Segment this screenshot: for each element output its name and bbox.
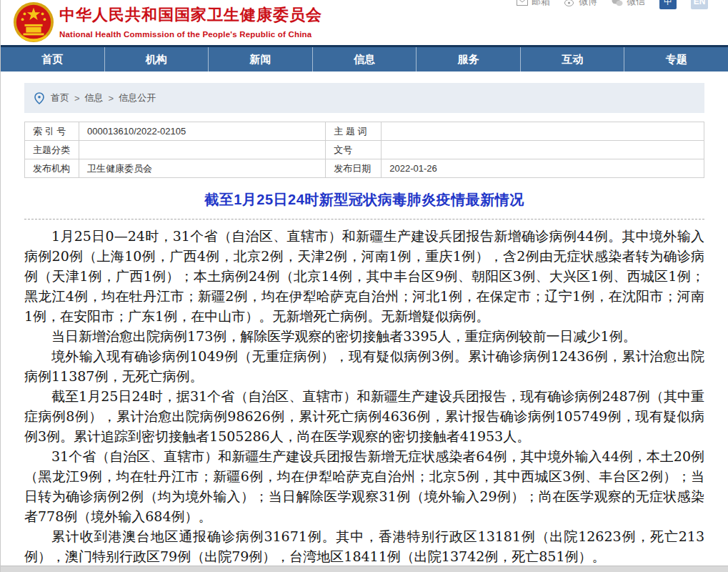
site-title: 中华人民共和国国家卫生健康委员会: [59, 4, 322, 26]
article-paragraph: 31个省（自治区、直辖市）和新疆生产建设兵团报告新增无症状感染者64例，其中境外…: [24, 446, 704, 526]
nav-item-topics[interactable]: 专题: [624, 47, 728, 72]
article-body: 1月25日0—24时，31个省（自治区、直辖市）和新疆生产建设兵团报告新增确诊病…: [24, 226, 704, 566]
meta-row-index: 索 引 号 000013610/2022-02105 主 题 词: [25, 122, 704, 141]
nav-item-service[interactable]: 服务: [417, 47, 521, 72]
mail-link[interactable]: 邮箱: [517, 0, 550, 8]
breadcrumb: 首页 > 信息 > 信息公开: [24, 83, 704, 113]
breadcrumb-home[interactable]: 首页: [51, 92, 69, 104]
nav-item-org[interactable]: 机构: [105, 47, 209, 72]
weibo-link[interactable]: 微博: [564, 0, 597, 8]
meta-label-docnumber: 文号: [326, 141, 382, 159]
meta-label-category: 主题分类: [25, 141, 79, 159]
site-subtitle: National Health Commission of the People…: [59, 30, 322, 39]
nav-item-home[interactable]: 首页: [1, 47, 105, 72]
site-header: 中华人民共和国国家卫生健康委员会 National Health Commiss…: [1, 0, 728, 45]
article-paragraph: 境外输入现有确诊病例1049例（无重症病例），现有疑似病例3例。累计确诊病例12…: [24, 346, 704, 386]
meta-row-publisher: 发布机构 卫生健康委员会 发布日期 2022-01-26: [25, 159, 704, 178]
meta-label-publisher: 发布机构: [25, 159, 79, 178]
breadcrumb-info-disclosure[interactable]: 信息公开: [119, 92, 156, 104]
mail-label: 邮箱: [532, 0, 550, 8]
meta-value-docnumber: [382, 141, 704, 159]
meta-row-category: 主题分类 文号: [25, 141, 704, 159]
article-paragraph: 截至1月25日24时，据31个省（自治区、直辖市）和新疆生产建设兵团报告，现有确…: [24, 386, 704, 446]
lang-en-button[interactable]: EN: [691, 0, 708, 9]
nav-item-interact[interactable]: 互动: [521, 47, 625, 72]
meta-label-index: 索 引 号: [25, 122, 79, 141]
nav-item-news[interactable]: 新闻: [209, 47, 313, 72]
article-paragraph: 累计收到港澳台地区通报确诊病例31671例。其中，香港特别行政区13181例（出…: [24, 526, 704, 566]
main-content: 首页 > 信息 > 信息公开 索 引 号 000013610/2022-0210…: [24, 83, 704, 572]
weibo-icon: [564, 0, 575, 6]
nav-item-info[interactable]: 信息: [313, 47, 417, 72]
article-paragraph: 1月25日0—24时，31个省（自治区、直辖市）和新疆生产建设兵团报告新增确诊病…: [24, 226, 704, 326]
wechat-link[interactable]: 微信: [612, 0, 645, 8]
article-paragraph: 当日新增治愈出院病例173例，解除医学观察的密切接触者3395人，重症病例较前一…: [24, 326, 704, 346]
breadcrumb-separator: >: [74, 93, 80, 104]
title-separator: [24, 219, 704, 220]
breadcrumb-separator: >: [109, 93, 114, 104]
meta-value-category: [79, 141, 326, 159]
document-meta-table: 索 引 号 000013610/2022-02105 主 题 词 主题分类 文号…: [24, 122, 704, 178]
national-emblem-icon: [13, 1, 54, 43]
wechat-label: 微信: [627, 0, 645, 8]
national-emblem-logo: [13, 1, 54, 43]
bottom-scrollbar[interactable]: [1, 566, 728, 572]
header-quick-links: 邮箱 微博 微信 中 EN: [517, 0, 708, 9]
lang-zh-button[interactable]: 中: [659, 0, 677, 9]
location-pin-icon: [34, 92, 44, 104]
meta-label-keywords: 主 题 词: [326, 122, 382, 141]
mail-icon: [517, 0, 528, 6]
wechat-icon: [612, 0, 623, 6]
weibo-label: 微博: [579, 0, 597, 8]
meta-label-pubdate: 发布日期: [326, 159, 382, 178]
meta-value-pubdate: 2022-01-26: [382, 159, 704, 178]
main-nav: 首页 机构 新闻 信息 服务 互动 专题: [1, 45, 728, 72]
meta-value-index: 000013610/2022-02105: [79, 122, 326, 141]
article-title: 截至1月25日24时新型冠状病毒肺炎疫情最新情况: [24, 190, 704, 209]
site-title-block: 中华人民共和国国家卫生健康委员会 National Health Commiss…: [59, 4, 322, 39]
breadcrumb-info[interactable]: 信息: [85, 92, 104, 104]
meta-value-publisher: 卫生健康委员会: [79, 159, 326, 178]
meta-value-keywords: [382, 122, 704, 141]
